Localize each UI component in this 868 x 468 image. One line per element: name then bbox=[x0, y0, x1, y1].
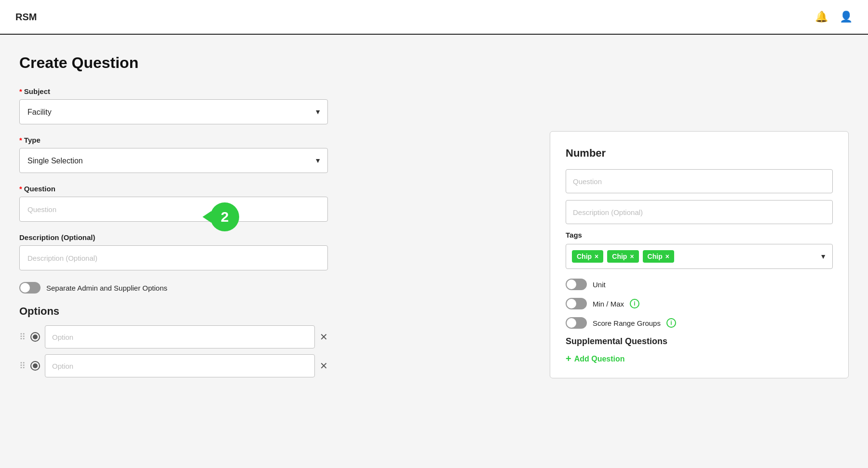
app-header: RSM 🔔 👤 bbox=[0, 0, 868, 35]
options-title: Options bbox=[19, 305, 328, 318]
panel-title: Number bbox=[566, 147, 833, 160]
number-panel: Number Tags Chip × Chip × Chip × ▼ Uni bbox=[550, 131, 849, 378]
add-question-button[interactable]: + Add Question bbox=[566, 353, 625, 364]
drag-handle-1[interactable]: ⠿ bbox=[19, 332, 26, 342]
chip-3-remove[interactable]: × bbox=[665, 253, 669, 260]
question-label: * Question bbox=[19, 185, 328, 193]
drag-handle-2[interactable]: ⠿ bbox=[19, 361, 26, 371]
unit-toggle-knob bbox=[567, 280, 576, 289]
create-question-form: * Subject Facility ▼ * Type Single Selec… bbox=[19, 87, 328, 377]
chip-3[interactable]: Chip × bbox=[643, 250, 674, 263]
admin-supplier-toggle-row: Separate Admin and Supplier Options bbox=[19, 282, 328, 294]
tags-field[interactable]: Chip × Chip × Chip × ▼ bbox=[566, 244, 833, 269]
question-field-group: * Question bbox=[19, 185, 328, 222]
min-max-toggle-knob bbox=[567, 299, 576, 308]
question-input[interactable] bbox=[19, 197, 328, 222]
admin-supplier-toggle[interactable] bbox=[19, 282, 41, 294]
type-field-group: * Type Single Selection ▼ bbox=[19, 136, 328, 173]
panel-question-input[interactable] bbox=[566, 169, 833, 193]
type-label: * Type bbox=[19, 136, 328, 144]
min-max-info-icon[interactable]: i bbox=[630, 299, 639, 308]
question-required-star: * bbox=[19, 185, 22, 193]
score-range-toggle-row: Score Range Groups i bbox=[566, 317, 833, 329]
option-row-1: ⠿ ✕ bbox=[19, 325, 328, 348]
type-select-wrapper: Single Selection ▼ bbox=[19, 148, 328, 173]
app-logo: RSM bbox=[15, 12, 37, 23]
chip-1[interactable]: Chip × bbox=[572, 250, 603, 263]
option-input-1[interactable] bbox=[45, 325, 315, 348]
radio-btn-2[interactable] bbox=[30, 361, 40, 371]
toggle-label: Separate Admin and Supplier Options bbox=[46, 284, 167, 292]
chip-1-label: Chip bbox=[577, 253, 592, 260]
panel-description-input[interactable] bbox=[566, 200, 833, 224]
unit-toggle-label: Unit bbox=[593, 281, 606, 289]
score-range-toggle[interactable] bbox=[566, 317, 587, 329]
type-required-star: * bbox=[19, 136, 22, 144]
page-title: Create Question bbox=[19, 54, 849, 72]
description-field-group: Description (Optional) bbox=[19, 233, 328, 270]
add-question-label: Add Question bbox=[574, 355, 625, 363]
subject-select[interactable]: Facility bbox=[19, 99, 328, 124]
chip-1-remove[interactable]: × bbox=[595, 253, 598, 260]
min-max-toggle[interactable] bbox=[566, 298, 587, 309]
radio-btn-1[interactable] bbox=[30, 332, 40, 342]
score-range-toggle-label: Score Range Groups bbox=[593, 319, 661, 327]
remove-option-1-button[interactable]: ✕ bbox=[320, 331, 328, 343]
supplemental-title: Supplemental Questions bbox=[566, 336, 833, 347]
header-actions: 🔔 👤 bbox=[815, 11, 853, 23]
remove-option-2-button[interactable]: ✕ bbox=[320, 360, 328, 372]
min-max-toggle-row: Min / Max i bbox=[566, 298, 833, 309]
bell-icon[interactable]: 🔔 bbox=[815, 11, 828, 23]
chip-2-label: Chip bbox=[612, 253, 627, 260]
subject-select-wrapper: Facility ▼ bbox=[19, 99, 328, 124]
score-range-toggle-knob bbox=[567, 318, 576, 328]
radio-inner-1 bbox=[33, 334, 38, 339]
unit-toggle-row: Unit bbox=[566, 279, 833, 290]
unit-toggle[interactable] bbox=[566, 279, 587, 290]
description-label: Description (Optional) bbox=[19, 233, 328, 241]
add-question-plus-icon: + bbox=[566, 353, 571, 364]
option-row-2: ⠿ ✕ bbox=[19, 354, 328, 377]
user-icon[interactable]: 👤 bbox=[840, 11, 853, 23]
tags-label: Tags bbox=[566, 231, 833, 239]
tags-dropdown-arrow: ▼ bbox=[820, 253, 827, 260]
subject-required-star: * bbox=[19, 87, 22, 95]
description-input[interactable] bbox=[19, 245, 328, 270]
step-2-badge: 2 bbox=[210, 202, 239, 231]
main-content: Create Question * Subject Facility ▼ * T… bbox=[0, 35, 868, 468]
chip-3-label: Chip bbox=[648, 253, 663, 260]
subject-field-group: * Subject Facility ▼ bbox=[19, 87, 328, 124]
subject-label: * Subject bbox=[19, 87, 328, 95]
radio-inner-2 bbox=[33, 363, 38, 368]
toggle-knob bbox=[20, 283, 30, 293]
min-max-toggle-label: Min / Max bbox=[593, 300, 624, 308]
type-select[interactable]: Single Selection bbox=[19, 148, 328, 173]
chip-2-remove[interactable]: × bbox=[630, 253, 634, 260]
chip-2[interactable]: Chip × bbox=[607, 250, 638, 263]
option-input-2[interactable] bbox=[45, 354, 315, 377]
score-range-info-icon[interactable]: i bbox=[666, 318, 676, 328]
